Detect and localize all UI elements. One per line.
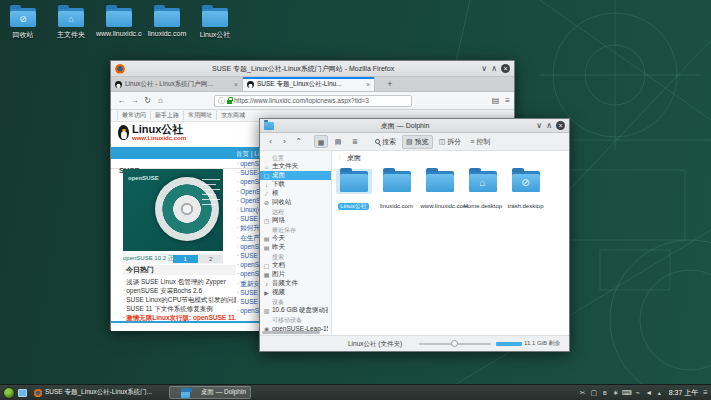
- tray-expand-icon[interactable]: ▴: [655, 389, 664, 396]
- desktop-icon-linuxidc[interactable]: linuxidc.com: [144, 4, 190, 40]
- desktop-icon-linux-gongshe[interactable]: Linux公社: [192, 4, 238, 40]
- places-header-recent[interactable]: 最近保存: [260, 225, 331, 234]
- firefox-titlebar[interactable]: SUSE 专题_Linux公社-Linux系统门户网站 - Mozilla Fi…: [111, 61, 514, 77]
- forward-icon[interactable]: ›: [279, 137, 290, 146]
- url-bar[interactable]: ⓘ https://www.linuxidc.com/topicnews.asp…: [214, 95, 412, 107]
- breadcrumb-folder[interactable]: 桌面: [347, 153, 361, 163]
- place-downloads[interactable]: ↓ 下载: [260, 180, 331, 189]
- browser-tab[interactable]: Linux公社 - Linux系统门户网... ×: [111, 77, 243, 91]
- places-header-devices[interactable]: 设备: [260, 297, 331, 306]
- place-icon: ▥: [263, 307, 270, 314]
- split-button[interactable]: ◫ 拆分: [436, 136, 465, 148]
- zoom-slider[interactable]: [419, 343, 491, 345]
- place-documents[interactable]: ▢ 文档: [260, 261, 331, 270]
- updates-icon[interactable]: ∗: [611, 389, 621, 397]
- back-icon[interactable]: ‹: [265, 137, 276, 146]
- icons-view-button[interactable]: ▦: [314, 135, 328, 148]
- library-icon[interactable]: ▤: [492, 96, 500, 105]
- bluetooth-icon[interactable]: ʙ: [600, 389, 610, 397]
- folder-view[interactable]: 〉 桌面 Linux公社: [332, 151, 569, 335]
- tab-close-icon[interactable]: ×: [234, 81, 238, 88]
- feature-caption[interactable]: openSUSE 10.2 正式发布下载: [123, 254, 173, 263]
- bookmark-item[interactable]: 最常访问: [117, 111, 146, 120]
- details-view-button[interactable]: ≣: [348, 135, 362, 148]
- pager-icon[interactable]: [18, 389, 27, 397]
- device-notifier-icon[interactable]: ▢: [589, 389, 599, 397]
- desktop-icon-trash[interactable]: ⊘ 回收站: [0, 4, 46, 40]
- minimize-button[interactable]: ∨: [536, 122, 542, 130]
- file-item[interactable]: ⊘ trash.desktop: [504, 169, 547, 212]
- maximize-button[interactable]: ∧: [546, 122, 552, 130]
- taskbar-task[interactable]: SUSE 专题_Linux公社-Linux系统门...: [30, 386, 166, 399]
- pager-button[interactable]: 1: [173, 255, 198, 263]
- browser-tab[interactable]: SUSE 专题_Linux公社-Linu... ×: [243, 77, 375, 91]
- dolphin-titlebar[interactable]: 桌面 — Dolphin ∨ ∧ ×: [260, 119, 569, 133]
- forward-icon[interactable]: →: [128, 96, 141, 105]
- clipboard-icon[interactable]: ✂: [578, 389, 588, 397]
- desktop-icon-grid: ⊘ 回收站 ⌂ 主文件夹 www.linuxidc.com: [0, 4, 240, 40]
- place-images[interactable]: ▦ 图片: [260, 270, 331, 279]
- panel-toolbox-icon[interactable]: ≡: [703, 388, 708, 397]
- back-icon[interactable]: ←: [115, 96, 128, 105]
- volume-icon[interactable]: ◄: [644, 389, 654, 397]
- places-horizontal-scrollbar[interactable]: [262, 331, 320, 334]
- pager-button[interactable]: 2: [199, 255, 224, 263]
- bullet: ·: [123, 305, 125, 312]
- network-icon[interactable]: ⌁: [633, 389, 643, 397]
- keyboard-icon[interactable]: ⌨: [622, 389, 632, 397]
- zoom-slider-knob[interactable]: [451, 340, 458, 347]
- site-info-icon[interactable]: ⓘ: [218, 96, 225, 106]
- bookmark-item[interactable]: 京东商城: [216, 111, 245, 120]
- preview-button[interactable]: ▧ 预览: [402, 135, 433, 149]
- bookmark-item[interactable]: 新手上路: [150, 111, 179, 120]
- feature-pager: 12: [173, 255, 223, 263]
- minimize-button[interactable]: ∨: [481, 65, 487, 73]
- menu-icon[interactable]: ≡: [505, 96, 510, 105]
- maximize-button[interactable]: ∧: [491, 65, 497, 73]
- folder-emblem-icon: ⌂: [58, 12, 84, 26]
- desktop-icon-home[interactable]: ⌂ 主文件夹: [48, 4, 94, 40]
- hot-list-item[interactable]: ·SUSE Linux的CPU节电模式引发的问题: [123, 295, 236, 304]
- hot-list-item[interactable]: ·浅谈 SUSE Linux 包管理的 Zypper: [123, 277, 236, 286]
- places-header-removable[interactable]: 可移动设备: [260, 315, 331, 324]
- file-item[interactable]: ⌂ Home.desktop: [461, 169, 504, 212]
- url-text: https://www.linuxidc.com/topicnews.aspx?…: [234, 97, 369, 104]
- new-tab-button[interactable]: +: [383, 79, 397, 89]
- search-button[interactable]: 搜索: [372, 136, 399, 148]
- application-launcher-icon[interactable]: [3, 387, 15, 399]
- file-name: www.linuxidc.com: [419, 203, 461, 210]
- home-icon[interactable]: ⌂: [154, 96, 167, 105]
- clock[interactable]: 8:37 上午: [669, 388, 699, 398]
- place-icon: ♪: [263, 281, 270, 287]
- compact-view-button[interactable]: ▤: [331, 135, 345, 148]
- hot-list-item[interactable]: ·SUSE 11 下文件系统修复案例: [123, 304, 236, 313]
- bookmark-item[interactable]: 常用网址: [183, 111, 212, 120]
- places-header-remote[interactable]: 远程: [260, 207, 331, 216]
- places-header-locations[interactable]: 位置: [260, 153, 331, 162]
- place-home[interactable]: ⌂ 主文件夹: [260, 162, 331, 171]
- file-item[interactable]: Linux公社: [332, 169, 375, 212]
- close-button[interactable]: ×: [501, 64, 510, 73]
- bullet: ·: [123, 287, 125, 294]
- taskbar-task[interactable]: 桌面 — Dolphin: [169, 386, 251, 399]
- hot-list-item[interactable]: ·openSUSE 安装Bochs 2.6: [123, 286, 236, 295]
- dolphin-status-bar: Linux公社 (文件夹) 11.1 GiB 剩余: [260, 335, 569, 351]
- place-root[interactable]: ∕ 根: [260, 189, 331, 198]
- place-today[interactable]: ▤ 今天: [260, 234, 331, 243]
- folder-icon: ⌂: [469, 171, 497, 192]
- tab-close-icon[interactable]: ×: [366, 81, 370, 88]
- file-item[interactable]: linuxidc.com: [375, 169, 418, 212]
- desktop-icon-www-linuxidc[interactable]: www.linuxidc.com: [96, 4, 142, 40]
- up-icon[interactable]: ⌃: [293, 137, 304, 146]
- place-desktop[interactable]: ▢ 桌面: [260, 171, 331, 180]
- bullet: ·: [237, 169, 239, 176]
- feature-image[interactable]: openSUSE: [123, 169, 223, 251]
- places-header-search[interactable]: 搜索: [260, 252, 331, 261]
- close-button[interactable]: ×: [556, 121, 565, 130]
- file-item[interactable]: www.linuxidc.com: [418, 169, 461, 212]
- bullet: ·: [237, 298, 239, 305]
- reload-icon[interactable]: ↻: [141, 96, 154, 105]
- control-button[interactable]: ≡ 控制: [467, 136, 493, 148]
- place-icon: ∕: [263, 191, 270, 197]
- place-audio[interactable]: ♪ 音频文件: [260, 279, 331, 288]
